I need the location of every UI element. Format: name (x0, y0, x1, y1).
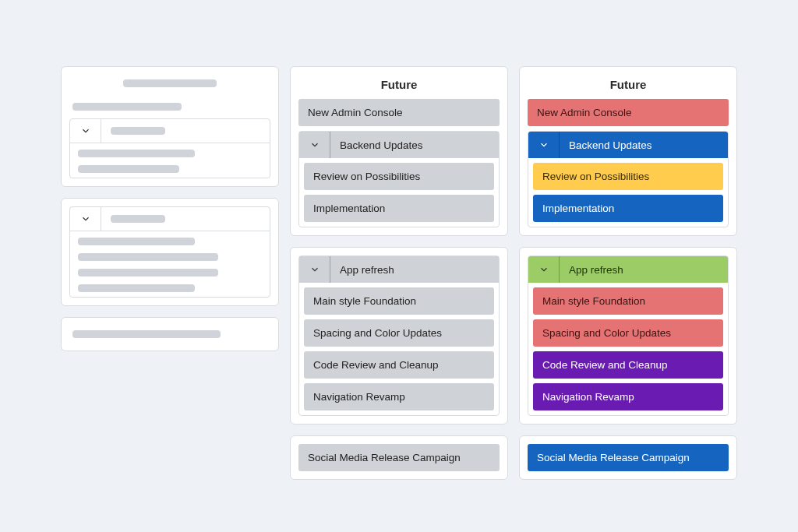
task-group: App refresh Main style Foundation Spacin… (528, 255, 729, 416)
skeleton-line (111, 127, 165, 135)
gray-panel-2: App refresh Main style Foundation Spacin… (290, 247, 508, 425)
group-label: Backend Updates (560, 139, 662, 151)
task-item[interactable]: Social Media Release Campaign (528, 444, 729, 471)
skeleton-group (69, 206, 270, 298)
column-skeleton (61, 66, 279, 532)
task-item[interactable]: Navigation Revamp (304, 383, 494, 410)
task-item[interactable]: Code Review and Cleanup (533, 351, 723, 379)
group-label: Backend Updates (330, 139, 433, 151)
task-group: App refresh Main style Foundation Spacin… (298, 255, 500, 416)
task-group: Backend Updates Review on Possibilities … (298, 131, 500, 227)
task-item[interactable]: Implementation (304, 195, 494, 222)
chevron-down-icon[interactable] (70, 119, 101, 143)
column-title: Future (528, 75, 729, 99)
skeleton-line (78, 150, 195, 157)
task-item[interactable]: Main style Foundation (304, 287, 494, 315)
skeleton-line (72, 330, 221, 338)
task-item[interactable]: Spacing and Color Updates (533, 319, 723, 347)
task-item[interactable]: Main style Foundation (533, 287, 723, 315)
group-header[interactable]: Backend Updates (299, 132, 499, 158)
task-item[interactable]: New Admin Console (528, 99, 729, 126)
skeleton-line (78, 284, 195, 292)
column-color: Future New Admin Console Backend Updates… (519, 66, 737, 532)
skeleton-panel-1 (61, 66, 279, 187)
skeleton-line (78, 165, 179, 173)
skeleton-line (78, 269, 218, 277)
group-header[interactable]: App refresh (528, 256, 728, 283)
skeleton-line (111, 215, 165, 223)
chevron-down-icon[interactable] (70, 207, 101, 231)
color-panel-2: App refresh Main style Foundation Spacin… (519, 247, 737, 425)
skeleton-group-head[interactable] (70, 207, 270, 231)
task-group: Backend Updates Review on Possibilities … (528, 131, 729, 227)
task-item[interactable]: Spacing and Color Updates (304, 319, 494, 347)
task-item[interactable]: Review on Possibilities (304, 163, 494, 190)
task-item[interactable]: Navigation Revamp (533, 383, 723, 410)
chevron-down-icon[interactable] (528, 256, 560, 283)
chevron-down-icon[interactable] (299, 132, 330, 158)
task-item[interactable]: Review on Possibilities (533, 163, 723, 190)
column-title: Future (298, 75, 500, 99)
color-panel-3: Social Media Release Campaign (519, 435, 737, 480)
color-panel-1: Future New Admin Console Backend Updates… (519, 66, 737, 236)
skeleton-title (123, 79, 217, 87)
task-item[interactable]: Implementation (533, 195, 723, 222)
skeleton-line (78, 253, 218, 261)
group-header[interactable]: Backend Updates (528, 132, 728, 158)
column-gray: Future New Admin Console Backend Updates… (290, 66, 508, 532)
skeleton-panel-3 (61, 317, 279, 351)
skeleton-line (78, 238, 195, 245)
group-header[interactable]: App refresh (299, 256, 499, 283)
gray-panel-3: Social Media Release Campaign (290, 435, 508, 480)
task-item[interactable]: New Admin Console (298, 99, 500, 126)
task-item[interactable]: Code Review and Cleanup (304, 351, 494, 379)
skeleton-panel-2 (61, 198, 279, 306)
gray-panel-1: Future New Admin Console Backend Updates… (290, 66, 508, 236)
group-label: App refresh (560, 264, 633, 276)
chevron-down-icon[interactable] (528, 132, 560, 158)
skeleton-group (69, 118, 270, 178)
skeleton-group-head[interactable] (70, 119, 270, 143)
group-label: App refresh (330, 264, 404, 276)
skeleton-line (72, 103, 182, 111)
task-item[interactable]: Social Media Release Campaign (298, 444, 500, 471)
chevron-down-icon[interactable] (299, 256, 330, 283)
